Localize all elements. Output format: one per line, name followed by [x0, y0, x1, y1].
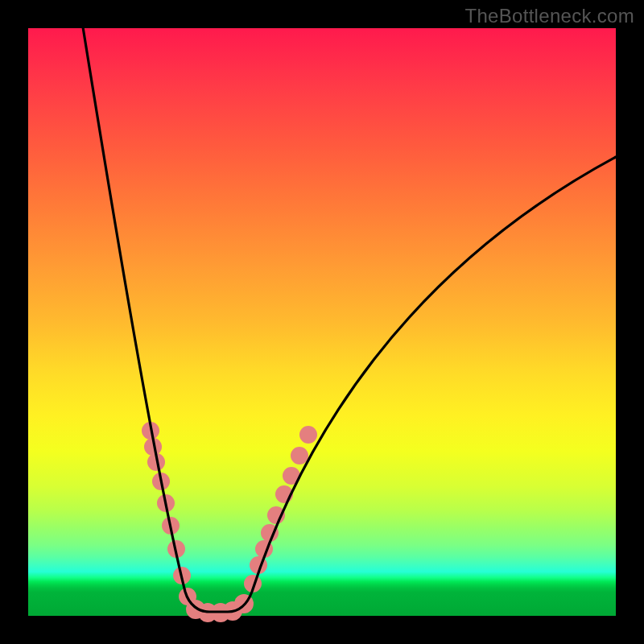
watermark-label: TheBottleneck.com: [464, 5, 634, 27]
markers-right-cluster: [244, 426, 317, 592]
marker-dot: [291, 447, 308, 464]
chart-frame: TheBottleneck.com: [0, 0, 644, 644]
marker-dot: [299, 426, 317, 444]
markers-left-cluster: [142, 422, 196, 605]
chart-svg: [28, 28, 616, 616]
bottleneck-curve-line: [80, 12, 616, 612]
